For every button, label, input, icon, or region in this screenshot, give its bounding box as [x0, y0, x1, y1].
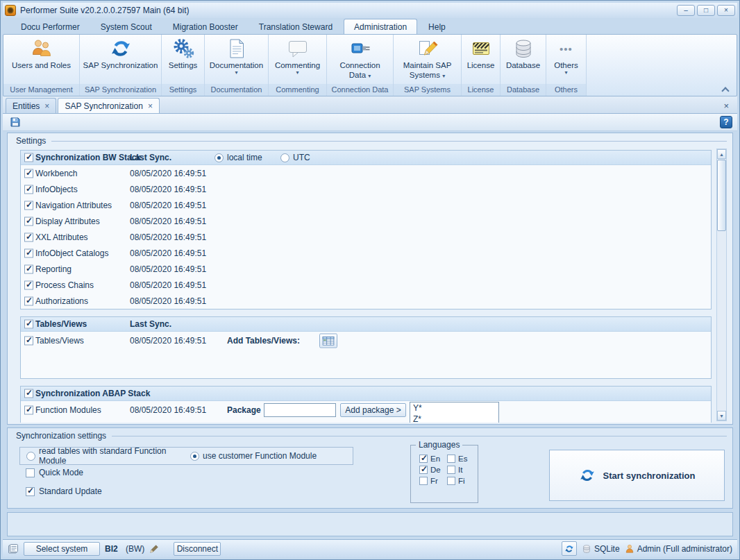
- local-time-radio[interactable]: local time: [215, 153, 262, 162]
- quick-mode-checkbox[interactable]: [26, 468, 35, 477]
- vertical-scrollbar[interactable]: ▲ ▼: [716, 149, 727, 421]
- gears-icon: [172, 37, 194, 60]
- scrollbar-thumb[interactable]: [717, 160, 726, 231]
- save-button[interactable]: [8, 115, 23, 129]
- tab-translation-steward[interactable]: Translation Steward: [249, 19, 342, 34]
- row-checkbox[interactable]: [24, 406, 33, 415]
- save-floppy-icon: [10, 117, 21, 128]
- app-icon: [5, 5, 16, 16]
- row-checkbox[interactable]: [24, 232, 33, 241]
- refresh-sync-button[interactable]: [562, 541, 577, 556]
- row-checkbox[interactable]: [24, 201, 33, 210]
- quick-mode-option[interactable]: Quick Mode: [26, 468, 83, 477]
- table-row: Reports 08/05/2020 16:49:51: [21, 419, 711, 423]
- language-de-option[interactable]: De: [419, 466, 447, 474]
- add-tables-views-button[interactable]: [319, 334, 337, 348]
- language-fr-option[interactable]: Fr: [419, 477, 447, 485]
- ribbon-group-caption-sap-synchronization: SAP Synchronization: [80, 84, 161, 96]
- minimize-button[interactable]: –: [677, 5, 695, 16]
- help-button[interactable]: ?: [720, 116, 732, 128]
- utc-radio[interactable]: UTC: [280, 153, 310, 162]
- row-checkbox[interactable]: [24, 264, 33, 273]
- standard-function-module-radio[interactable]: read tables with standard Function Modul…: [26, 446, 190, 466]
- language-en-option[interactable]: En: [419, 455, 447, 463]
- radio-icon: [26, 452, 35, 461]
- maximize-button[interactable]: □: [697, 5, 715, 16]
- row-checkbox[interactable]: [24, 217, 33, 226]
- ribbon-group-connection-data: Connection Data ▾ Connection Data: [327, 35, 394, 96]
- row-checkbox[interactable]: [24, 169, 33, 178]
- row-label: InfoObject Catalogs: [35, 248, 108, 258]
- start-synchronization-button[interactable]: Start synchronization: [549, 450, 725, 501]
- ribbon-button-label: License: [467, 61, 495, 69]
- ribbon-group-sap-systems: Maintain SAP Systems ▾ SAP Systems: [394, 35, 462, 96]
- row-checkbox[interactable]: [24, 248, 33, 257]
- chevron-down-icon: ▾: [235, 71, 237, 75]
- standard-update-option[interactable]: Standard Update: [26, 486, 102, 496]
- settings-button[interactable]: Settings: [162, 35, 204, 84]
- user-icon: [625, 544, 634, 554]
- commenting-button[interactable]: Commenting ▾: [269, 35, 326, 84]
- package-list-item[interactable]: Y*: [410, 402, 498, 414]
- connection-data-button[interactable]: Connection Data ▾: [327, 35, 393, 84]
- row-checkbox[interactable]: [24, 337, 33, 346]
- row-last-sync: 08/05/2020 16:49:51: [130, 217, 206, 226]
- edit-pencil-icon[interactable]: [149, 544, 159, 554]
- row-checkbox[interactable]: [24, 280, 33, 289]
- standard-update-checkbox[interactable]: [26, 487, 35, 496]
- title-bar[interactable]: Performer Suite v20.2.0.0.27597 Main (64…: [3, 3, 737, 18]
- table-row: Tables/Views 08/05/2020 16:49:51 Add Tab…: [21, 332, 711, 350]
- documentation-button[interactable]: Documentation ▾: [205, 35, 268, 84]
- start-synchronization-label: Start synchronization: [603, 470, 696, 481]
- language-checkbox[interactable]: [419, 477, 428, 485]
- language-fi-option[interactable]: Fi: [447, 477, 475, 485]
- ribbon-tab-bar: Docu Performer System Scout Migration Bo…: [3, 18, 737, 34]
- language-checkbox[interactable]: [447, 455, 455, 463]
- users-and-roles-button[interactable]: Users and Roles: [3, 35, 79, 84]
- close-button[interactable]: ×: [717, 5, 735, 16]
- close-tab-icon[interactable]: ×: [44, 103, 49, 110]
- language-checkbox[interactable]: [447, 477, 455, 485]
- tab-docu-performer[interactable]: Docu Performer: [11, 19, 90, 34]
- language-it-option[interactable]: It: [447, 466, 475, 474]
- tables-views-checkbox[interactable]: [24, 320, 33, 329]
- tab-help[interactable]: Help: [419, 19, 455, 34]
- select-system-button[interactable]: Select system: [24, 542, 100, 556]
- tab-system-scout[interactable]: System Scout: [91, 19, 162, 34]
- sap-synchronization-button[interactable]: SAP Synchronization: [80, 35, 161, 84]
- collapse-ribbon-icon[interactable]: [720, 85, 731, 94]
- doc-tab-sap-synchronization[interactable]: SAP Synchronization ×: [58, 98, 160, 113]
- bw-stack-checkbox[interactable]: [24, 153, 33, 162]
- scroll-down-icon[interactable]: ▼: [717, 411, 726, 421]
- package-input[interactable]: [264, 403, 336, 417]
- maintain-sap-systems-button[interactable]: Maintain SAP Systems ▾: [394, 35, 461, 84]
- tables-views-header: Tables/Views Last Sync.: [21, 317, 711, 332]
- close-document-icon[interactable]: ×: [718, 101, 734, 111]
- abap-stack-checkbox[interactable]: [24, 389, 33, 398]
- language-checkbox[interactable]: [447, 466, 455, 474]
- add-package-button[interactable]: Add package >: [340, 403, 406, 417]
- license-icon: [470, 37, 492, 60]
- customer-function-module-radio[interactable]: use customer Function Module: [190, 451, 317, 461]
- others-button[interactable]: ••• Others ▾: [546, 35, 586, 84]
- license-button[interactable]: License: [462, 35, 500, 84]
- language-checkbox[interactable]: [419, 466, 428, 474]
- add-tables-views-label: Add Tables/Views:: [227, 336, 300, 346]
- row-checkbox[interactable]: [24, 185, 33, 194]
- row-label: Display Attributes: [35, 217, 100, 226]
- language-es-option[interactable]: Es: [447, 455, 475, 463]
- table-row: Reporting 08/05/2020 16:49:51: [21, 261, 711, 277]
- synchronization-settings-panel: Synchronization settings read tables wit…: [7, 427, 733, 509]
- tab-migration-booster[interactable]: Migration Booster: [163, 19, 248, 34]
- chevron-down-icon: ▾: [442, 73, 445, 79]
- scroll-up-icon[interactable]: ▲: [717, 149, 726, 159]
- close-tab-icon[interactable]: ×: [148, 103, 153, 110]
- disconnect-button[interactable]: Disconnect: [174, 542, 221, 556]
- row-last-sync: 08/05/2020 16:49:51: [130, 232, 206, 242]
- database-button[interactable]: Database: [501, 35, 546, 84]
- database-icon: [512, 37, 535, 60]
- tab-administration[interactable]: Administration: [344, 19, 417, 34]
- doc-tab-entities[interactable]: Entities ×: [6, 98, 56, 113]
- row-checkbox[interactable]: [24, 296, 33, 305]
- language-checkbox[interactable]: [419, 455, 428, 463]
